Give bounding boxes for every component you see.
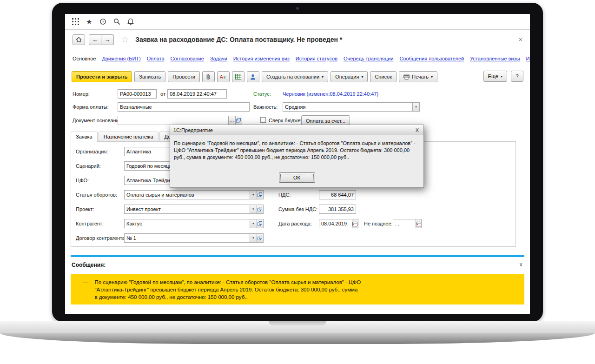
- open-icon[interactable]: [257, 205, 264, 214]
- dropdown-arrow-icon[interactable]: ▾: [250, 219, 257, 228]
- status-label: Статус:: [253, 91, 271, 97]
- nav-item-visa-change-history[interactable]: История изменения виз: [233, 56, 290, 63]
- help-button[interactable]: ?: [511, 71, 523, 82]
- open-icon[interactable]: [257, 233, 264, 243]
- print-button[interactable]: Печать ▾: [399, 71, 437, 82]
- nav-item-tasks[interactable]: Задачи: [210, 56, 227, 63]
- expense-date-label: Дата расхода:: [278, 221, 312, 226]
- svg-text:А: А: [220, 74, 223, 79]
- nav-item-approval[interactable]: Согласование: [171, 56, 204, 63]
- over-budget-checkbox[interactable]: [260, 117, 266, 123]
- nav-item-info[interactable]: Информация: [526, 56, 530, 63]
- history-nav-group: ← →: [89, 34, 114, 45]
- number-field: [118, 89, 157, 99]
- attachments-button[interactable]: [202, 71, 215, 82]
- nav-item-main[interactable]: Основное: [73, 56, 96, 63]
- expense-date-field: [319, 219, 358, 228]
- dropdown-arrow-icon[interactable]: ▾: [250, 190, 257, 199]
- operation-button[interactable]: Операция ▾: [331, 71, 368, 82]
- turnover-item-label: Статья оборотов:: [76, 192, 117, 198]
- organization-label: Организация:: [76, 149, 108, 154]
- not-later-input[interactable]: [393, 219, 416, 228]
- save-button[interactable]: Записать: [134, 71, 165, 82]
- nav-item-broadcast-queue[interactable]: Очередь трансляции: [344, 56, 393, 63]
- project-label: Проект:: [76, 206, 94, 212]
- counterparty-input[interactable]: [124, 219, 250, 228]
- turnover-item-field: ▾: [124, 190, 264, 199]
- dialog-title: 1С:Предприятие: [173, 127, 213, 133]
- more-label: Еще: [488, 73, 498, 79]
- create-based-on-button[interactable]: Создать на основании ▾: [262, 71, 328, 82]
- nav-item-user-messages[interactable]: Сообщения пользователей: [399, 56, 464, 63]
- document-date-field: [167, 89, 227, 99]
- table-icon: [235, 74, 241, 79]
- history-icon[interactable]: [99, 18, 106, 25]
- printer-icon: [403, 74, 410, 79]
- tab-request[interactable]: Заявка: [71, 132, 98, 142]
- document-header: ← → ☆ Заявка на расходование ДС: Оплата …: [65, 33, 530, 46]
- calendar-icon[interactable]: [352, 219, 358, 228]
- open-icon[interactable]: [236, 116, 242, 125]
- app-window: ★ ← → ☆ Заявка на расходование ДС: Оплат…: [65, 14, 530, 314]
- laptop-frame: ★ ← → ☆ Заявка на расходование ДС: Оплат…: [52, 3, 543, 322]
- home-icon: [76, 37, 82, 42]
- status-link[interactable]: Черновик (изменен:08.04.2019 22:40:47): [283, 91, 378, 97]
- choose-button[interactable]: ...: [229, 116, 235, 125]
- webcam-icon: [296, 7, 299, 10]
- dialog-buttons: ОК: [170, 172, 423, 187]
- post-and-close-button[interactable]: Провести и закрыть: [72, 71, 132, 82]
- nav-item-payment[interactable]: Оплата: [147, 56, 165, 63]
- vat-label: НДС:: [278, 192, 291, 198]
- payment-form-input[interactable]: [118, 102, 250, 112]
- forward-button[interactable]: →: [101, 34, 114, 45]
- nav-item-status-history[interactable]: История статусов: [296, 56, 337, 63]
- tab-payment-purpose[interactable]: Назначение платежа: [99, 132, 159, 141]
- sum-no-vat-field: [319, 205, 356, 214]
- home-button[interactable]: [73, 34, 85, 45]
- messages-close-icon[interactable]: x: [520, 261, 523, 268]
- importance-input[interactable]: [283, 102, 413, 112]
- expense-date-input[interactable]: [319, 219, 352, 228]
- operation-label: Операция: [335, 74, 359, 79]
- counterparty-field: ▾: [124, 219, 264, 228]
- responsible-user-button[interactable]: [247, 71, 259, 82]
- favorites-star-icon[interactable]: ★: [86, 18, 92, 26]
- budget-table-button[interactable]: [232, 71, 245, 82]
- message-text: По сценарию "Годовой по месяцам", по ана…: [95, 278, 362, 304]
- turnover-item-input[interactable]: [124, 190, 250, 199]
- dropdown-arrow-icon[interactable]: ▾: [250, 205, 257, 214]
- base-document-input[interactable]: [118, 116, 229, 125]
- dropdown-arrow-icon[interactable]: ▾: [250, 233, 257, 243]
- nav-item-set-visas[interactable]: Установленные визы: [470, 56, 520, 63]
- notifications-bell-icon[interactable]: [127, 18, 134, 25]
- dropdown-arrow-icon: ▾: [501, 74, 502, 79]
- message-bullet: —: [83, 278, 88, 304]
- dialog-close-icon[interactable]: X: [414, 127, 420, 133]
- favorite-star-icon[interactable]: ☆: [121, 34, 129, 45]
- document-date-input[interactable]: [167, 89, 227, 99]
- more-button[interactable]: Еще ▾: [483, 71, 507, 82]
- calendar-icon[interactable]: [416, 219, 422, 228]
- vat-input[interactable]: [319, 190, 356, 199]
- dialog-titlebar[interactable]: 1С:Предприятие X: [170, 125, 423, 135]
- contract-input[interactable]: [124, 233, 250, 243]
- open-icon[interactable]: [257, 219, 264, 228]
- nav-item-movements[interactable]: Движения (БИТ): [102, 56, 140, 63]
- project-input[interactable]: [124, 205, 250, 214]
- post-button[interactable]: Провести: [168, 71, 200, 82]
- visas-button[interactable]: Ак: [217, 71, 230, 82]
- message-alert[interactable]: — По сценарию "Годовой по месяцам", по а…: [71, 274, 524, 304]
- laptop-base-bottom: [0, 333, 595, 344]
- menu-grid-icon[interactable]: [72, 18, 79, 25]
- list-button[interactable]: Список: [370, 71, 397, 82]
- sum-no-vat-input[interactable]: [319, 205, 356, 214]
- search-icon[interactable]: [113, 18, 120, 25]
- paperclip-icon: [206, 73, 211, 80]
- over-budget-label: Сверх бюджета: [269, 118, 305, 123]
- open-icon[interactable]: [257, 190, 264, 199]
- number-input[interactable]: [118, 89, 157, 99]
- close-document-icon[interactable]: ×: [519, 36, 522, 43]
- back-button[interactable]: ←: [89, 34, 101, 45]
- ok-button[interactable]: ОК: [279, 172, 315, 183]
- dropdown-arrow-icon[interactable]: ▾: [413, 102, 420, 112]
